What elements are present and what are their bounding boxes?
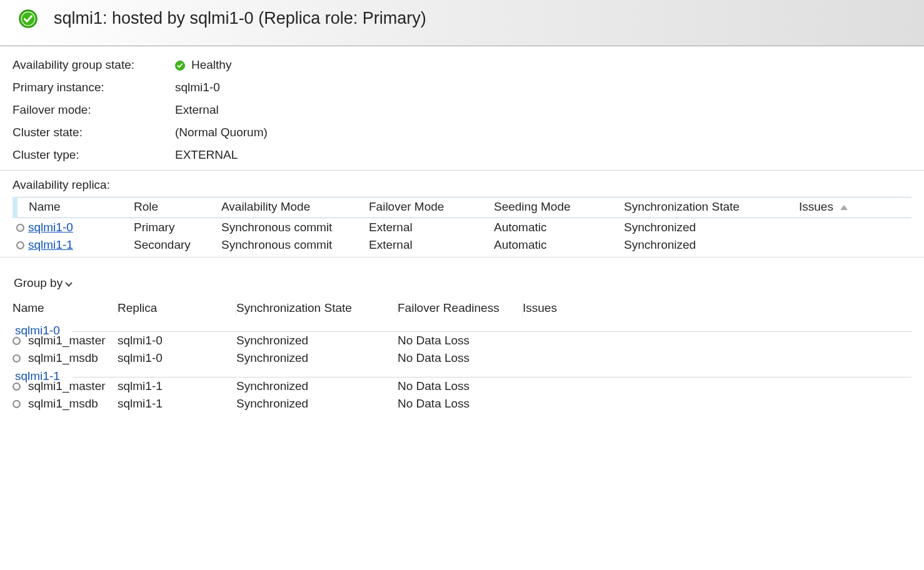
detail-col-name[interactable]: Name xyxy=(13,300,118,316)
replica-failover-mode: External xyxy=(363,218,488,236)
db-failover-readiness: No Data Loss xyxy=(398,397,523,411)
kv-row-ag-state: Availability group state: Healthy xyxy=(13,54,911,76)
group-by-label: Group by xyxy=(14,276,63,290)
db-replica: sqlmi1-0 xyxy=(118,351,236,365)
kv-value: Healthy xyxy=(191,58,231,72)
replica-role: Secondary xyxy=(128,236,215,253)
group-label[interactable]: sqlmi1-1 xyxy=(13,367,911,384)
header-bar: sqlmi1: hosted by sqlmi1-0 (Replica role… xyxy=(0,0,924,46)
replica-failover-mode: External xyxy=(363,236,488,253)
replica-section: Availability replica: Name Role Availabi… xyxy=(0,171,924,258)
replica-col-role[interactable]: Role xyxy=(128,198,215,218)
replica-avail-mode: Synchronous commit xyxy=(215,218,363,236)
chevron-down-icon xyxy=(65,279,72,286)
kv-row-failover-mode: Failover mode: External xyxy=(13,99,911,121)
kv-value: (Normal Quorum) xyxy=(175,126,268,139)
summary-section: Availability group state: Healthy Primar… xyxy=(0,46,924,171)
group-by-dropdown[interactable]: Group by xyxy=(13,265,71,299)
kv-row-cluster-state: Cluster state: (Normal Quorum) xyxy=(13,121,911,144)
kv-label: Availability group state: xyxy=(13,58,175,72)
kv-row-cluster-type: Cluster type: EXTERNAL xyxy=(13,144,911,166)
list-item[interactable]: sqlmi1_msdbsqlmi1-1SynchronizedNo Data L… xyxy=(13,395,911,412)
status-dot-icon xyxy=(13,400,21,408)
kv-value: sqlmi1-0 xyxy=(175,81,220,94)
status-ok-icon xyxy=(19,9,38,28)
kv-label: Cluster state: xyxy=(13,126,175,139)
replica-col-sync-state[interactable]: Synchronization State xyxy=(618,198,793,218)
replica-col-avail-mode[interactable]: Availability Mode xyxy=(215,198,363,218)
replica-sync-state: Synchronized xyxy=(618,236,793,253)
kv-label: Cluster type: xyxy=(13,148,175,162)
page-title: sqlmi1: hosted by sqlmi1-0 (Replica role… xyxy=(54,9,426,28)
kv-label: Primary instance: xyxy=(13,81,175,94)
db-name: sqlmi1_msdb xyxy=(28,351,98,365)
replica-col-seeding-mode[interactable]: Seeding Mode xyxy=(488,198,618,218)
replica-sync-state: Synchronized xyxy=(618,218,793,236)
list-item[interactable]: sqlmi1_msdbsqlmi1-0SynchronizedNo Data L… xyxy=(13,349,911,367)
table-row[interactable]: sqlmi1-0PrimarySynchronous commitExterna… xyxy=(15,218,911,236)
group-label[interactable]: sqlmi1-0 xyxy=(13,321,911,339)
kv-value: EXTERNAL xyxy=(175,148,238,162)
replica-avail-mode: Synchronous commit xyxy=(215,236,363,253)
detail-col-issues[interactable]: Issues xyxy=(523,300,648,316)
status-ok-icon xyxy=(175,60,185,70)
kv-value: External xyxy=(175,103,219,117)
replica-col-issues[interactable]: Issues xyxy=(793,198,911,218)
status-dot-icon xyxy=(16,241,24,249)
kv-row-primary-instance: Primary instance: sqlmi1-0 xyxy=(13,76,911,99)
replica-seeding-mode: Automatic xyxy=(488,236,618,253)
replica-table: Name Role Availability Mode Failover Mod… xyxy=(13,197,911,253)
replica-issues xyxy=(793,236,911,253)
detail-headers: Name Replica Synchronization State Failo… xyxy=(13,299,911,321)
sort-asc-icon xyxy=(840,205,848,210)
replica-issues xyxy=(793,218,911,236)
detail-col-sync-state[interactable]: Synchronization State xyxy=(236,300,398,316)
replica-link[interactable]: sqlmi1-1 xyxy=(28,238,73,251)
replica-col-name[interactable]: Name xyxy=(15,198,128,218)
replica-seeding-mode: Automatic xyxy=(488,218,618,236)
detail-col-replica[interactable]: Replica xyxy=(118,300,236,316)
db-replica: sqlmi1-1 xyxy=(118,397,236,411)
replica-role: Primary xyxy=(128,218,215,236)
db-sync-state: Synchronized xyxy=(236,351,398,365)
table-row[interactable]: sqlmi1-1SecondarySynchronous commitExter… xyxy=(15,236,911,253)
db-sync-state: Synchronized xyxy=(236,397,398,411)
status-dot-icon xyxy=(16,224,24,232)
db-failover-readiness: No Data Loss xyxy=(398,351,523,365)
status-dot-icon xyxy=(13,354,21,362)
kv-label: Failover mode: xyxy=(13,103,175,117)
replica-section-title: Availability replica: xyxy=(13,178,911,192)
detail-section: Group by Name Replica Synchronization St… xyxy=(0,258,924,416)
replica-link[interactable]: sqlmi1-0 xyxy=(28,221,73,234)
replica-col-failover-mode[interactable]: Failover Mode xyxy=(363,198,488,218)
detail-col-failover-readiness[interactable]: Failover Readiness xyxy=(398,300,523,316)
db-name: sqlmi1_msdb xyxy=(28,397,98,411)
